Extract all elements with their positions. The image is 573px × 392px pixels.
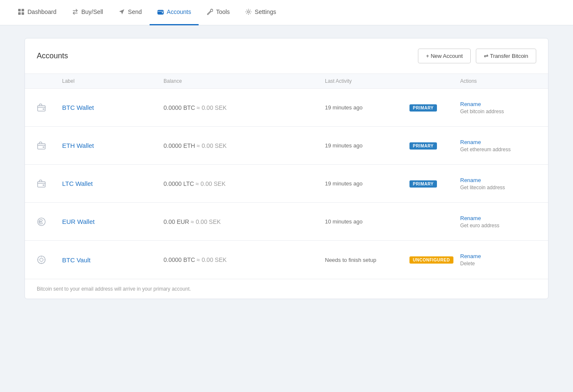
wallet-icon-ltc-wallet <box>37 179 62 188</box>
col-balance: Balance <box>164 78 325 84</box>
col-icon <box>37 78 62 84</box>
col-badge <box>409 78 460 84</box>
nav-item-dashboard[interactable]: Dashboard <box>10 0 64 25</box>
badge-col-eth-wallet: PRIMARY <box>409 142 460 150</box>
actions-col-btc-wallet: Rename Get bitcoin address <box>460 101 536 114</box>
nav-label-settings: Settings <box>255 8 276 15</box>
action-rename-eth-wallet[interactable]: Rename <box>460 139 536 145</box>
action-rename-btc-vault[interactable]: Rename <box>460 253 536 259</box>
svg-rect-1 <box>22 9 24 11</box>
actions-col-eth-wallet: Rename Get ethereum address <box>460 139 536 152</box>
dashboard-icon <box>18 8 25 15</box>
new-account-button[interactable]: + New Account <box>418 49 471 63</box>
last-activity-eur-wallet: 10 minutes ago <box>325 218 409 225</box>
badge-col-ltc-wallet: PRIMARY <box>409 180 460 188</box>
svg-rect-0 <box>18 9 21 11</box>
badge-col-btc-wallet: PRIMARY <box>409 104 460 112</box>
nav-item-send[interactable]: Send <box>111 0 150 25</box>
accounts-card: Accounts + New Account ⇌ Transfer Bitcoi… <box>25 38 548 299</box>
last-activity-ltc-wallet: 19 minutes ago <box>325 180 409 187</box>
wallet-name-ltc-wallet[interactable]: LTC Wallet <box>62 180 164 187</box>
header-actions: + New Account ⇌ Transfer Bitcoin <box>418 49 536 63</box>
nav-label-dashboard: Dashboard <box>27 8 57 15</box>
actions-col-ltc-wallet: Rename Get litecoin address <box>460 177 536 191</box>
svg-rect-8 <box>43 109 44 110</box>
wallet-balance-eur-wallet: 0.00 EUR ≈ 0.00 SEK <box>164 218 325 225</box>
wallet-name-btc-vault[interactable]: BTC Vault <box>62 256 164 264</box>
nav-item-tools[interactable]: Tools <box>199 0 237 25</box>
svg-rect-10 <box>43 147 44 148</box>
actions-col-btc-vault: Rename Delete <box>460 253 536 267</box>
main-content: Accounts + New Account ⇌ Transfer Bitcoi… <box>12 25 561 312</box>
nav-item-settings[interactable]: Settings <box>237 0 284 25</box>
wallet-name-eth-wallet[interactable]: ETH Wallet <box>62 142 164 149</box>
action-secondary-btc-vault[interactable]: Delete <box>460 261 536 267</box>
wallet-name-btc-wallet[interactable]: BTC Wallet <box>62 104 164 111</box>
svg-rect-7 <box>38 106 45 111</box>
action-secondary-btc-wallet[interactable]: Get bitcoin address <box>460 109 536 114</box>
last-activity-btc-wallet: 19 minutes ago <box>325 104 409 111</box>
wallet-icon-btc-vault <box>37 255 62 264</box>
nav-item-accounts[interactable]: Accounts <box>150 0 199 25</box>
last-activity-eth-wallet: 19 minutes ago <box>325 142 409 149</box>
badge-unconfigured: UNCONFIGURED <box>409 256 453 264</box>
wallet-icon-eth-wallet <box>37 141 62 150</box>
action-secondary-eth-wallet[interactable]: Get ethereum address <box>460 147 536 152</box>
wallet-icon-btc-wallet <box>37 103 62 112</box>
svg-rect-2 <box>18 12 21 15</box>
action-secondary-eur-wallet[interactable]: Get euro address <box>460 223 536 229</box>
account-row-ltc-wallet: LTC Wallet 0.0000 LTC ≈ 0.00 SEK 19 minu… <box>25 165 548 203</box>
badge-col-btc-vault: UNCONFIGURED <box>409 256 460 264</box>
col-label: Label <box>62 78 164 84</box>
wallet-icon-eur-wallet <box>37 217 62 226</box>
footer-note: Bitcoin sent to your email address will … <box>37 286 191 292</box>
account-row-btc-vault: BTC Vault 0.0000 BTC ≈ 0.00 SEK Needs to… <box>25 241 548 279</box>
svg-rect-5 <box>162 12 163 13</box>
wallet-balance-ltc-wallet: 0.0000 LTC ≈ 0.00 SEK <box>164 180 325 187</box>
accounts-list: BTC Wallet 0.0000 BTC ≈ 0.00 SEK 19 minu… <box>25 89 548 279</box>
action-rename-eur-wallet[interactable]: Rename <box>460 215 536 221</box>
wallet-balance-btc-vault: 0.0000 BTC ≈ 0.00 SEK <box>164 256 325 263</box>
table-header: Label Balance Last Activity Actions <box>25 74 548 89</box>
action-rename-btc-wallet[interactable]: Rename <box>460 101 536 107</box>
action-rename-ltc-wallet[interactable]: Rename <box>460 177 536 183</box>
svg-point-15 <box>40 258 43 261</box>
account-row-eur-wallet: EUR Wallet 0.00 EUR ≈ 0.00 SEK 10 minute… <box>25 203 548 241</box>
nav-label-tools: Tools <box>216 8 230 15</box>
settings-icon <box>245 8 252 15</box>
page-title: Accounts <box>37 52 68 60</box>
navigation: Dashboard Buy/Sell Send Accounts Tools S… <box>0 0 573 25</box>
transfer-bitcoin-button[interactable]: ⇌ Transfer Bitcoin <box>476 49 536 63</box>
account-row-eth-wallet: ETH Wallet 0.0000 ETH ≈ 0.00 SEK 19 minu… <box>25 127 548 165</box>
nav-label-accounts: Accounts <box>167 8 191 15</box>
transfer-icon <box>72 8 79 15</box>
svg-rect-11 <box>38 182 45 187</box>
badge-primary: PRIMARY <box>409 104 437 112</box>
col-actions: Actions <box>460 78 536 84</box>
badge-primary: PRIMARY <box>409 180 437 188</box>
badge-primary: PRIMARY <box>409 142 437 150</box>
actions-col-eur-wallet: Rename Get euro address <box>460 215 536 229</box>
wallet-name-eur-wallet[interactable]: EUR Wallet <box>62 218 164 225</box>
action-secondary-ltc-wallet[interactable]: Get litecoin address <box>460 185 536 191</box>
col-last-activity: Last Activity <box>325 78 409 84</box>
card-footer: Bitcoin sent to your email address will … <box>25 279 548 299</box>
svg-rect-3 <box>22 12 24 15</box>
svg-point-14 <box>38 256 45 264</box>
nav-label-send: Send <box>128 8 142 15</box>
svg-point-6 <box>247 11 249 13</box>
svg-rect-9 <box>38 144 45 149</box>
wallet-balance-btc-wallet: 0.0000 BTC ≈ 0.00 SEK <box>164 104 325 111</box>
last-activity-btc-vault: Needs to finish setup <box>325 257 409 263</box>
tools-icon <box>206 8 213 15</box>
account-row-btc-wallet: BTC Wallet 0.0000 BTC ≈ 0.00 SEK 19 minu… <box>25 89 548 127</box>
wallet-nav-icon <box>157 8 164 15</box>
nav-item-buysell[interactable]: Buy/Sell <box>64 0 111 25</box>
card-header: Accounts + New Account ⇌ Transfer Bitcoi… <box>25 38 548 74</box>
send-icon <box>118 8 125 15</box>
wallet-balance-eth-wallet: 0.0000 ETH ≈ 0.00 SEK <box>164 142 325 149</box>
nav-label-buysell: Buy/Sell <box>82 8 103 15</box>
svg-rect-12 <box>43 185 44 186</box>
